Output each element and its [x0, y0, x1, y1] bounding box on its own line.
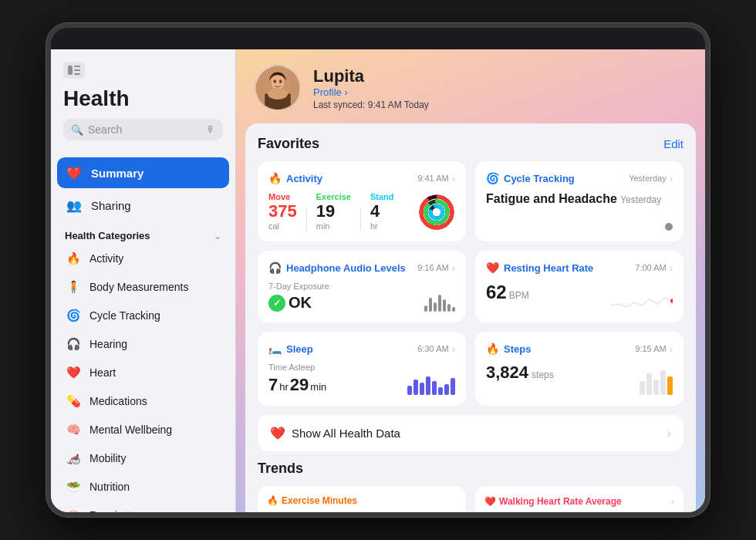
sleep-bar-chart — [407, 372, 455, 395]
sleep-card-icon: 🛏️ — [268, 343, 282, 355]
favorites-grid: 🔥 Activity 9:41 AM › Move 375 — [258, 161, 683, 406]
steps-icon: 🔥 — [486, 343, 499, 355]
exercise-minutes-trend-card[interactable]: 🔥 Exercise Minutes — [258, 486, 466, 512]
resting-heart-rate-card[interactable]: ❤️ Resting Heart Rate 7:00 AM › 62 BPM — [475, 251, 683, 322]
cycle-tracking-card-title: Cycle Tracking — [504, 173, 575, 184]
sleep-card-title: Sleep — [286, 343, 313, 355]
exercise-unit: min — [316, 221, 351, 231]
cycle-tracking-chevron: › — [670, 173, 673, 184]
sidebar-item-summary[interactable]: ❤️ Summary — [57, 157, 229, 188]
show-all-health-card[interactable]: ❤️ Show All Health Data › — [258, 415, 683, 451]
activity-card[interactable]: 🔥 Activity 9:41 AM › Move 375 — [258, 161, 466, 241]
ok-label: OK — [289, 294, 312, 312]
bar-3 — [434, 302, 437, 312]
steps-value: 3,824 — [486, 363, 528, 383]
battery-icon — [673, 34, 690, 44]
cycle-tracking-card[interactable]: 🌀 Cycle Tracking Yesterday › Fatigue and… — [475, 161, 683, 241]
svg-point-13 — [268, 88, 288, 100]
exercise-value: 19 — [316, 201, 351, 221]
steps-card-title: Steps — [504, 343, 531, 355]
headphone-card-time: 9:16 AM — [417, 263, 448, 272]
show-all-label: Show All Health Data — [292, 427, 400, 440]
search-bar[interactable]: 🔍 Search 🎙 — [63, 119, 223, 140]
sleep-card-time: 6:30 AM — [417, 344, 448, 353]
status-day: Mon Jun 5 — [105, 34, 147, 43]
sidebar-item-sharing[interactable]: 👥 Sharing — [57, 190, 229, 221]
headphone-audio-card[interactable]: 🎧 Headphone Audio Levels 9:16 AM › 7-Day… — [258, 251, 466, 322]
profile-name: Lupita — [313, 66, 429, 86]
sidebar-item-nutrition[interactable]: 🥗 Nutrition — [57, 473, 229, 501]
sleep-hours-unit: hr — [279, 381, 289, 393]
bar-5 — [443, 299, 446, 312]
walking-hr-trend-header: ❤️ Walking Heart Rate Average › — [484, 495, 674, 507]
respiratory-label: Respiratory — [89, 509, 145, 512]
steps-card[interactable]: 🔥 Steps 9:15 AM › 3,824 steps — [475, 332, 683, 406]
sleep-chevron: › — [452, 343, 455, 355]
favorites-header: Favorites Edit — [258, 136, 683, 152]
move-value: 375 — [268, 201, 297, 221]
rhr-card-time: 7:00 AM — [635, 263, 666, 272]
walking-heart-rate-trend-card[interactable]: ❤️ Walking Heart Rate Average › — [475, 486, 683, 512]
app-title: Health — [63, 86, 223, 111]
activity-card-header: 🔥 Activity 9:41 AM › — [268, 172, 455, 184]
bar-4 — [438, 295, 441, 312]
mobility-icon: 🦽 — [65, 450, 82, 467]
svg-point-10 — [273, 79, 276, 83]
body-measurements-label: Body Measurements — [89, 281, 188, 293]
bar-2 — [429, 298, 432, 312]
search-icon: 🔍 — [71, 124, 83, 136]
stand-unit: hr — [370, 221, 394, 231]
cycle-tracking-dot — [665, 223, 673, 231]
sidebar-item-cycle-tracking[interactable]: 🌀 Cycle Tracking — [57, 302, 229, 329]
sidebar-item-heart[interactable]: ❤️ Heart — [57, 359, 229, 386]
ipad-device: 9:41 AM Mon Jun 5 100% Health 🔍 S — [46, 23, 710, 517]
sidebar-item-activity[interactable]: 🔥 Activity — [57, 245, 229, 272]
sleep-bar-8 — [451, 378, 455, 395]
trends-header: Trends — [258, 461, 683, 477]
headphone-card-header: 🎧 Headphone Audio Levels 9:16 AM › — [268, 262, 455, 274]
cycle-tracking-card-header: 🌀 Cycle Tracking Yesterday › — [486, 172, 673, 184]
cycle-tracking-symptom: Fatigue and Headache — [486, 192, 617, 205]
search-input[interactable]: Search — [88, 123, 201, 136]
summary-label: Summary — [91, 167, 143, 180]
sharing-label: Sharing — [91, 199, 131, 212]
sleep-bar-7 — [444, 384, 449, 395]
cycle-tracking-card-time: Yesterday — [629, 174, 667, 183]
profile-sync: Last synced: 9:41 AM Today — [313, 100, 429, 110]
health-categories-header[interactable]: Health Categories ⌄ — [57, 222, 229, 245]
activity-card-icon: 🔥 — [268, 172, 282, 184]
svg-rect-4 — [74, 66, 80, 67]
trends-grid: 🔥 Exercise Minutes — [258, 486, 683, 512]
heart-icon: ❤️ — [65, 364, 82, 381]
sleep-bar-2 — [413, 380, 418, 395]
sleep-minutes: 29 — [290, 375, 309, 395]
sidebar-item-respiratory[interactable]: 🫁 Respiratory — [57, 501, 229, 512]
sidebar-item-mental-wellbeing[interactable]: 🧠 Mental Wellbeing — [57, 416, 229, 444]
steps-unit: steps — [532, 370, 554, 380]
svg-rect-6 — [74, 73, 80, 75]
sleep-bar-5 — [432, 381, 437, 395]
headphone-bar-chart — [424, 287, 455, 312]
sleep-bar-6 — [438, 387, 443, 395]
cycle-tracking-card-icon: 🌀 — [486, 172, 499, 184]
sleep-bar-3 — [420, 383, 424, 395]
sidebar-item-medications[interactable]: 💊 Medications — [57, 387, 229, 415]
profile-link[interactable]: Profile › — [313, 86, 429, 98]
steps-card-header: 🔥 Steps 9:15 AM › — [486, 343, 673, 355]
sidebar-item-hearing[interactable]: 🎧 Hearing — [57, 330, 229, 358]
headphone-card-title: Headphone Audio Levels — [286, 262, 406, 274]
mobility-label: Mobility — [89, 452, 126, 464]
heart-label: Heart — [89, 366, 116, 379]
bar-1 — [424, 305, 427, 312]
sidebar-collapse-button[interactable] — [63, 62, 85, 79]
steps-bar-2 — [646, 373, 652, 395]
mental-wellbeing-label: Mental Wellbeing — [89, 424, 172, 436]
hearing-label: Hearing — [89, 338, 127, 350]
sidebar-header: Health 🔍 Search 🎙 — [51, 49, 235, 157]
nutrition-icon: 🥗 — [65, 478, 82, 495]
sleep-card[interactable]: 🛏️ Sleep 6:30 AM › Time Asleep 7 hr — [258, 332, 466, 406]
sidebar-item-body-measurements[interactable]: 🧍 Body Measurements — [57, 273, 229, 301]
sidebar-item-mobility[interactable]: 🦽 Mobility — [57, 444, 229, 472]
medications-icon: 💊 — [65, 393, 82, 410]
edit-button[interactable]: Edit — [663, 137, 683, 150]
